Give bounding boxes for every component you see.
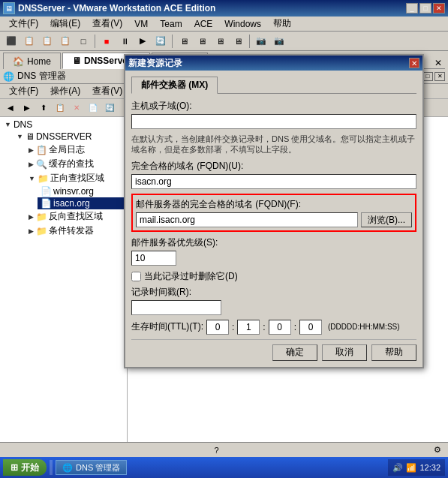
toolbar-refresh-btn[interactable]: 🔄 <box>152 33 169 50</box>
delete-checkbox-row: 当此记录过时删除它(D) <box>131 270 416 283</box>
menu-file[interactable]: 文件(F) <box>3 16 44 32</box>
fqdn-field-row: 完全合格的域名 (FQDN)(U): <box>131 160 416 189</box>
menu-edit[interactable]: 编辑(E) <box>44 16 86 32</box>
dns-tool-refresh[interactable]: 🔄 <box>102 101 117 116</box>
mail-fqdn-label: 邮件服务器的完全合格的域名 (FQDN)(F): <box>136 198 412 211</box>
priority-input[interactable] <box>131 251 176 266</box>
ttl-label: 生存时间(TTL)(T): <box>131 320 203 333</box>
tree-forward-zone[interactable]: ▼ 📁 正向查找区域 <box>26 171 125 185</box>
toolbar-vm-btn2[interactable]: 🖥 <box>194 33 210 50</box>
menu-windows[interactable]: Windows <box>218 17 267 31</box>
tree-server[interactable]: ▼ 🖥 DNSSERVER <box>14 131 125 143</box>
toolbar-stop-btn[interactable]: ■ <box>98 33 115 50</box>
tree-reverse-zone[interactable]: ▶ 📁 反向查找区域 <box>26 209 125 224</box>
maximize-button[interactable]: □ <box>419 3 431 14</box>
ttl-format: (DDDDD:HH:MM:SS) <box>328 323 400 331</box>
toolbar-pause-btn[interactable]: ⏸ <box>116 33 133 50</box>
dns-menu-action[interactable]: 操作(A) <box>44 84 86 98</box>
menu-team[interactable]: Team <box>154 17 188 31</box>
tree-cache[interactable]: ▶ 🔍 缓存的查找 <box>26 157 125 171</box>
toolbar-btn-2[interactable]: 📋 <box>21 33 38 50</box>
menu-vm[interactable]: VM <box>128 17 154 31</box>
host-field-row: 主机或子域(O): <box>131 100 416 129</box>
dialog-close-button[interactable]: ✕ <box>409 58 419 68</box>
taskbar-item-dns[interactable]: 🌐 DNS 管理器 <box>56 460 127 475</box>
toolbar-separator-3 <box>249 35 250 48</box>
help-button[interactable]: 帮助 <box>371 344 416 361</box>
tree-cond-fwd-label: 条件转发器 <box>49 224 94 237</box>
toolbar-vm-btn4[interactable]: 🖥 <box>230 33 246 50</box>
menu-view[interactable]: 查看(V) <box>86 16 128 32</box>
dns-tool-forward[interactable]: ▶ <box>20 101 35 116</box>
mail-fqdn-input[interactable] <box>136 212 358 227</box>
host-label: 主机或子域(O): <box>131 100 416 113</box>
dialog-content: 邮件交换器 (MX) 主机或子域(O): 在默认方式，当创建邮件交换记录时，DN… <box>125 71 422 367</box>
host-description: 在默认方式，当创建邮件交换记录时，DNS 使用父域名。您可以指定主机或子域名称，… <box>131 134 416 155</box>
tabs-close-all[interactable]: ✕ <box>431 58 445 69</box>
toolbar-btn-3[interactable]: 📋 <box>39 33 56 50</box>
ttl-hours-input[interactable] <box>237 320 260 335</box>
taskbar-item-label: DNS 管理器 <box>76 462 120 473</box>
tree-winsvr[interactable]: 📄 winsvr.org <box>38 185 125 197</box>
minimize-button[interactable]: _ <box>406 3 418 14</box>
menu-help[interactable]: 帮助 <box>267 16 297 32</box>
cond-fwd-icon: 📁 <box>36 226 47 236</box>
toolbar-btn-4[interactable]: 📋 <box>57 33 74 50</box>
cancel-button[interactable]: 取消 <box>322 344 367 361</box>
browse-button[interactable]: 浏览(B)... <box>361 212 412 227</box>
toolbar-vm-btn3[interactable]: 🖥 <box>212 33 228 50</box>
toolbar-snapshot-btn[interactable]: 📷 <box>253 33 269 50</box>
tree-conditional-forwarder[interactable]: ▶ 📁 条件转发器 <box>26 224 125 238</box>
tree-root-dns[interactable]: ▼ DNS <box>2 119 125 131</box>
toolbar-btn-5[interactable]: □ <box>75 33 92 50</box>
status-settings-btn[interactable]: ⚙ <box>430 444 445 456</box>
server-icon: 🖥 <box>72 56 81 66</box>
toolbar-separator-1 <box>95 35 95 48</box>
tree-global-log[interactable]: ▶ 📋 全局日志 <box>26 143 125 157</box>
priority-row: 邮件服务器优先级(S): <box>131 236 416 266</box>
delete-checkbox[interactable] <box>131 272 141 281</box>
fqdn-input[interactable] <box>131 174 416 189</box>
dialog-title: 新建资源记录 <box>128 57 409 70</box>
taskbar-tray: 🔊 📶 12:32 <box>388 459 445 476</box>
cache-icon: 🔍 <box>36 159 47 170</box>
taskbar: ⊞ 开始 🌐 DNS 管理器 🔊 📶 12:32 <box>0 457 448 478</box>
priority-label: 邮件服务器优先级(S): <box>131 236 416 249</box>
tab-home[interactable]: 🏠 Home <box>3 53 61 69</box>
dns-menu-file[interactable]: 文件(F) <box>3 84 44 98</box>
dns-tool-show-hide[interactable]: 📋 <box>53 101 68 116</box>
tree-isacn[interactable]: 📄 isacn.org <box>38 197 125 209</box>
toolbar-snapshot-btn2[interactable]: 📷 <box>271 33 287 50</box>
cond-fwd-expand: ▶ <box>29 227 34 235</box>
toolbar-vm-btn1[interactable]: 🖥 <box>176 33 192 50</box>
status-help-btn[interactable]: ? <box>209 444 224 456</box>
log-icon: 📋 <box>36 145 47 155</box>
app-title: DNSServer - VMware Workstation ACE Editi… <box>18 3 406 14</box>
ttl-row: 生存时间(TTL)(T): : : : (DDDDD:HH:MM:SS) <box>131 320 416 335</box>
ok-button[interactable]: 确定 <box>272 344 317 361</box>
dns-tool-delete[interactable]: ✕ <box>69 101 84 116</box>
dns-restore-btn[interactable]: □ <box>422 72 433 81</box>
dns-tool-properties[interactable]: 📄 <box>86 101 101 116</box>
dns-tool-up[interactable]: ⬆ <box>36 101 51 116</box>
dns-taskbar-icon: 🌐 <box>62 463 73 473</box>
fwd-zone-icon: 📁 <box>38 173 49 184</box>
close-button[interactable]: ✕ <box>433 3 445 14</box>
dns-tool-back[interactable]: ◀ <box>3 101 18 116</box>
toolbar-separator-2 <box>172 35 173 48</box>
tray-network-icon: 🔊 <box>392 463 403 473</box>
title-bar: 🖥 DNSServer - VMware Workstation ACE Edi… <box>0 0 448 17</box>
start-button[interactable]: ⊞ 开始 <box>3 459 47 476</box>
timestamp-input[interactable] <box>131 300 221 315</box>
toolbar-play-btn[interactable]: ▶ <box>134 33 151 50</box>
toolbar-btn-1[interactable]: ⬛ <box>3 33 20 50</box>
ttl-minutes-input[interactable] <box>269 320 291 335</box>
dialog-tab-mx[interactable]: 邮件交换器 (MX) <box>131 77 218 94</box>
dns-close-btn[interactable]: ✕ <box>434 72 445 81</box>
ttl-days-input[interactable] <box>206 320 229 335</box>
host-input[interactable] <box>131 114 416 129</box>
ttl-seconds-input[interactable] <box>299 320 322 335</box>
start-label: 开始 <box>21 461 39 474</box>
dns-menu-view[interactable]: 查看(V) <box>86 84 128 98</box>
menu-ace[interactable]: ACE <box>188 17 219 31</box>
